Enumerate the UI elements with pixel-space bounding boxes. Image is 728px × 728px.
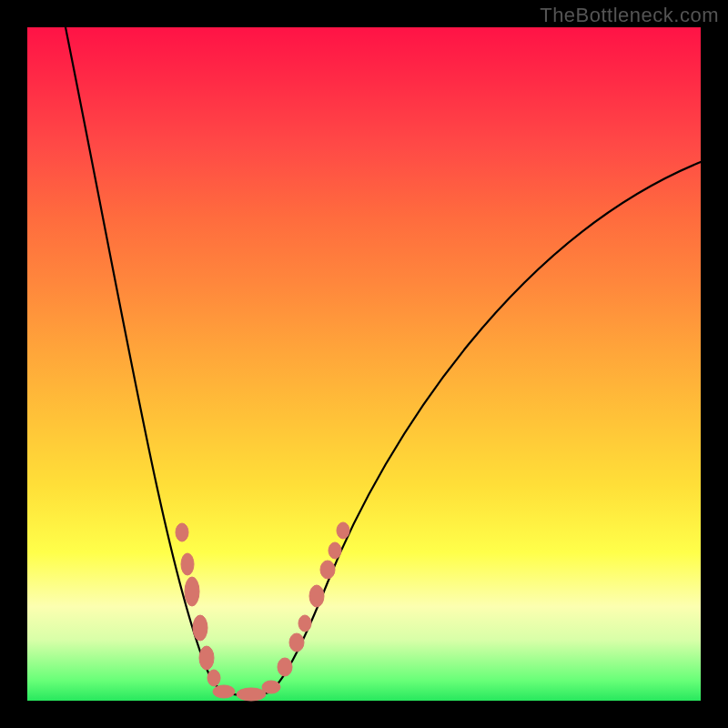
data-marker	[337, 522, 349, 539]
data-marker	[185, 577, 199, 606]
data-marker	[329, 542, 341, 559]
data-marker	[320, 561, 335, 579]
plot-area	[27, 27, 701, 701]
data-marker	[309, 585, 324, 607]
data-marker	[237, 688, 266, 701]
data-marker	[207, 670, 220, 686]
data-marker	[278, 658, 292, 676]
data-marker	[181, 553, 194, 575]
data-marker	[262, 681, 280, 693]
data-marker	[176, 523, 188, 541]
marker-group	[176, 522, 349, 701]
chart-svg	[27, 27, 701, 701]
watermark-text: TheBottleneck.com	[540, 4, 719, 27]
chart-frame: TheBottleneck.com	[0, 0, 728, 728]
data-marker	[213, 685, 235, 698]
data-marker	[193, 615, 207, 641]
data-marker	[298, 615, 311, 632]
bottleneck-curve	[66, 27, 701, 695]
data-marker	[199, 646, 214, 670]
data-marker	[289, 633, 304, 652]
